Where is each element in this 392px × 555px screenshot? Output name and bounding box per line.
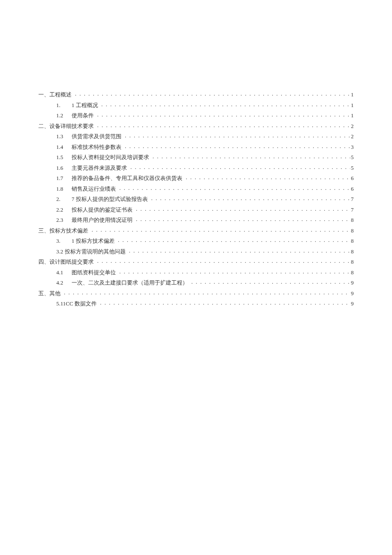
toc-page-number: 2 bbox=[350, 121, 354, 132]
toc-page-number: 8 bbox=[350, 215, 354, 226]
toc-entry: 1.6主要元器件来源及要求5 bbox=[38, 163, 354, 174]
toc-leader-dots bbox=[97, 110, 350, 120]
toc-title: 主要元器件来源及要求 bbox=[72, 163, 127, 174]
toc-leader-dots bbox=[191, 277, 350, 288]
toc-page-number: 7 bbox=[350, 194, 354, 205]
toc-page-number: 1 bbox=[350, 90, 354, 100]
toc-title: 最终用户的使用情况证明 bbox=[72, 215, 133, 226]
toc-entry: 1.4标准技术特性参数表3 bbox=[38, 142, 354, 153]
toc-page-number: 6 bbox=[350, 184, 354, 195]
toc-leader-dots bbox=[97, 120, 350, 131]
toc-number: 2. bbox=[56, 194, 72, 205]
toc-leader-dots bbox=[136, 214, 350, 225]
toc-page-number: 8 bbox=[350, 236, 354, 247]
table-of-contents: 一、工程概述11.1 工程概况11.2使用条件1二、设备详细技术要求21.3供货… bbox=[38, 90, 354, 309]
toc-number: 4.2 bbox=[56, 278, 72, 288]
toc-number: 1.5 bbox=[56, 152, 72, 163]
toc-page-number: 3 bbox=[350, 142, 354, 153]
toc-title: 7 投标人提供的型式试验报告表 bbox=[72, 194, 148, 205]
toc-number: 1.3 bbox=[56, 131, 72, 142]
toc-entry: 三、投标方技术偏差8 bbox=[38, 226, 354, 236]
toc-entry: 五、其他9 bbox=[38, 288, 354, 299]
toc-entry: 一、工程概述1 bbox=[38, 90, 354, 100]
toc-entry: 1.7推荐的备品备件、专用工具和仪器仪表供货表6 bbox=[38, 173, 354, 184]
toc-title: 设计图纸提交要求 bbox=[49, 257, 94, 267]
toc-leader-dots bbox=[129, 246, 350, 256]
toc-number: 4.1 bbox=[56, 267, 72, 278]
toc-leader-dots bbox=[125, 141, 350, 152]
toc-title: 标准技术特性参数表 bbox=[72, 142, 121, 153]
toc-leader-dots bbox=[119, 183, 350, 194]
toc-entry: 2.3最终用户的使用情况证明8 bbox=[38, 215, 354, 226]
toc-leader-dots bbox=[97, 256, 350, 267]
toc-number: 3. bbox=[56, 236, 72, 247]
toc-entry: 2.7 投标人提供的型式试验报告表7 bbox=[38, 194, 354, 205]
toc-title: 设备详细技术要求 bbox=[49, 121, 94, 132]
toc-leader-dots bbox=[101, 99, 350, 110]
toc-entry: 3.1 投标方技术偏差8 bbox=[38, 236, 354, 247]
toc-entry: 1.8销售及运行业绩表6 bbox=[38, 184, 354, 195]
toc-leader-dots bbox=[75, 89, 350, 99]
toc-entry: 1.2使用条件1 bbox=[38, 110, 354, 121]
toc-title: 使用条件 bbox=[72, 110, 94, 121]
toc-leader-dots bbox=[186, 172, 350, 183]
toc-number: 三、 bbox=[38, 226, 49, 236]
toc-number: 1.7 bbox=[56, 173, 72, 184]
toc-page-number: 9 bbox=[350, 278, 354, 288]
toc-leader-dots bbox=[100, 298, 350, 308]
toc-page-number: 9 bbox=[350, 288, 354, 299]
toc-leader-dots bbox=[151, 193, 350, 204]
toc-entry: 2.2投标人提供的鉴定证书表7 bbox=[38, 205, 354, 215]
toc-entry: 1.3供货需求及供货范围2 bbox=[38, 131, 354, 142]
toc-number: 四、 bbox=[38, 257, 49, 267]
toc-leader-dots bbox=[118, 235, 350, 246]
toc-leader-dots bbox=[125, 131, 350, 141]
toc-title: 投标方技术偏差 bbox=[49, 226, 88, 236]
toc-number: 1.4 bbox=[56, 142, 72, 153]
toc-page-number: 6 bbox=[350, 173, 354, 184]
toc-entry: 3.2 投标方需说明的其他问题8 bbox=[38, 247, 354, 257]
toc-leader-dots bbox=[130, 162, 350, 173]
toc-entry: 5.11CC 数据文件9 bbox=[38, 299, 354, 309]
toc-page-number: 7 bbox=[350, 205, 354, 215]
toc-page-number: 2 bbox=[350, 131, 354, 142]
toc-page-number: 1 bbox=[350, 110, 354, 121]
toc-number: 一、 bbox=[38, 90, 49, 100]
toc-title: 一次、二次及土建接口要求（适用于扩建工程） bbox=[72, 278, 188, 288]
toc-title: 工程概述 bbox=[49, 90, 72, 100]
toc-entry: 四、设计图纸提交要求8 bbox=[38, 257, 354, 267]
toc-page-number: 1 bbox=[350, 100, 354, 111]
toc-entry: 4.2 一次、二次及土建接口要求（适用于扩建工程）9 bbox=[38, 278, 354, 288]
toc-number: 五、 bbox=[38, 288, 49, 299]
toc-title: 1 投标方技术偏差 bbox=[72, 236, 115, 247]
toc-leader-dots bbox=[64, 288, 350, 298]
toc-title: 5.11CC 数据文件 bbox=[56, 299, 97, 309]
toc-page-number: 9 bbox=[350, 299, 354, 309]
toc-leader-dots bbox=[92, 225, 350, 235]
toc-leader-dots bbox=[119, 267, 350, 277]
toc-entry: 4.1图纸资料提交单位8 bbox=[38, 267, 354, 278]
toc-number: 1.8 bbox=[56, 184, 72, 195]
toc-page-number: 5 bbox=[350, 152, 354, 163]
toc-entry: 二、设备详细技术要求2 bbox=[38, 121, 354, 132]
toc-page-number: 8 bbox=[350, 257, 354, 267]
toc-leader-dots bbox=[153, 151, 350, 162]
toc-number: 1. bbox=[56, 100, 72, 111]
toc-title: 推荐的备品备件、专用工具和仪器仪表供货表 bbox=[72, 173, 182, 184]
toc-entry: 1.1 工程概况1 bbox=[38, 100, 354, 111]
toc-leader-dots bbox=[136, 204, 350, 215]
toc-title: 图纸资料提交单位 bbox=[72, 267, 116, 278]
toc-number: 1.6 bbox=[56, 163, 72, 174]
toc-title: 1 工程概况 bbox=[72, 100, 98, 111]
toc-entry: 1.5投标人资料提交时间及培训要求5 bbox=[38, 152, 354, 163]
toc-number: 1.2 bbox=[56, 110, 72, 121]
toc-title: 供货需求及供货范围 bbox=[72, 131, 121, 142]
toc-number: 二、 bbox=[38, 121, 49, 132]
toc-title: 3.2 投标方需说明的其他问题 bbox=[56, 247, 126, 257]
toc-title: 其他 bbox=[49, 288, 61, 299]
toc-page-number: 8 bbox=[350, 247, 354, 257]
toc-page-number: 5 bbox=[350, 163, 354, 174]
toc-title: 销售及运行业绩表 bbox=[72, 184, 116, 195]
toc-page-number: 8 bbox=[350, 226, 354, 236]
toc-title: 投标人资料提交时间及培训要求 bbox=[72, 152, 149, 163]
